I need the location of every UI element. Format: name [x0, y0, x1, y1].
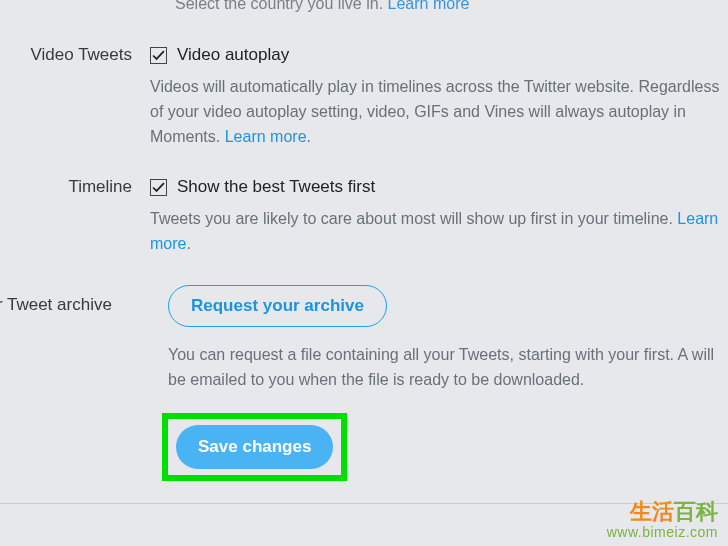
checkmark-icon [152, 181, 165, 194]
archive-row: our Tweet archive Request your archive Y… [0, 285, 728, 393]
video-autoplay-label: Video autoplay [177, 45, 289, 65]
video-autoplay-desc: Videos will automatically play in timeli… [150, 75, 728, 149]
save-highlight-box: Save changes [162, 413, 347, 481]
request-archive-button[interactable]: Request your archive [168, 285, 387, 327]
country-learn-more-link[interactable]: Learn more [388, 0, 470, 12]
video-learn-more-link[interactable]: Learn more [225, 128, 307, 145]
checkmark-icon [152, 49, 165, 62]
country-hint-row: Select the country you live in. Learn mo… [0, 0, 728, 13]
archive-desc: You can request a file containing all yo… [168, 343, 728, 393]
watermark: 生活百科 www.bimeiz.com [607, 500, 718, 540]
save-changes-button[interactable]: Save changes [176, 425, 333, 469]
archive-label: our Tweet archive [0, 285, 128, 315]
video-tweets-label: Video Tweets [0, 45, 150, 65]
video-tweets-row: Video Tweets Video autoplay Videos will … [0, 45, 728, 149]
timeline-label: Timeline [0, 177, 150, 197]
timeline-row: Timeline Show the best Tweets first Twee… [0, 177, 728, 257]
best-tweets-checkbox[interactable] [150, 179, 167, 196]
timeline-desc: Tweets you are likely to care about most… [150, 207, 728, 257]
watermark-url: www.bimeiz.com [607, 525, 718, 540]
country-hint-text: Select the country you live in. [175, 0, 383, 12]
video-autoplay-checkbox[interactable] [150, 47, 167, 64]
watermark-brand: 生活百科 [607, 500, 718, 524]
best-tweets-label: Show the best Tweets first [177, 177, 375, 197]
